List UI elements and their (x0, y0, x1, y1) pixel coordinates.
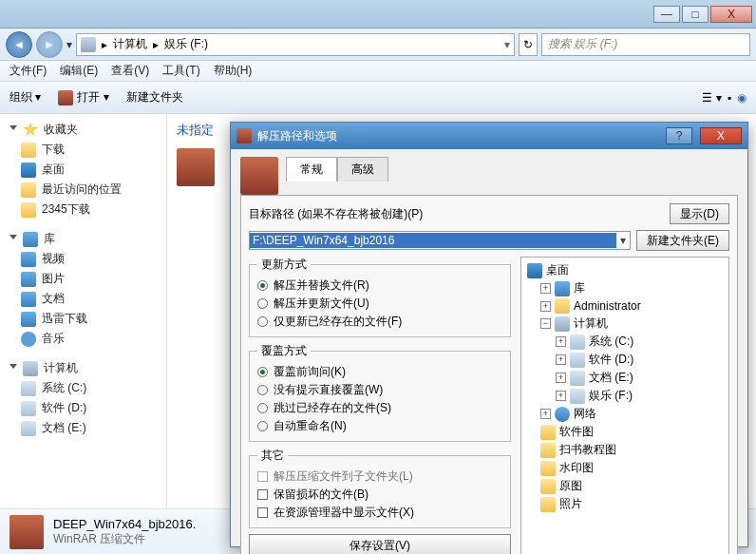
sidebar-item-label: 图片 (42, 271, 65, 287)
tree-drive-d[interactable]: +软件 (D:) (525, 351, 725, 369)
tree-folder[interactable]: 扫书教程图 (525, 441, 725, 459)
expand-icon[interactable]: + (556, 373, 566, 383)
sidebar-item-2345[interactable]: 2345下载 (4, 200, 162, 220)
folder-tree[interactable]: 桌面 +库 +Administrator −计算机 +系统 (C:) +软件 (… (520, 257, 729, 554)
newfolder-button[interactable]: 新建文件夹(E) (636, 230, 729, 251)
toolbar-newfolder[interactable]: 新建文件夹 (126, 89, 183, 105)
radio-icon (257, 298, 268, 309)
refresh-button[interactable]: ↻ (519, 33, 538, 56)
tree-drive-c[interactable]: +系统 (C:) (525, 333, 725, 351)
sidebar-computer[interactable]: 计算机 (4, 358, 162, 378)
path-input[interactable]: F:\DEEP_Win7x64_bjb2016 ▾ (249, 231, 631, 250)
radio-extract-replace[interactable]: 解压并替换文件(R) (257, 277, 502, 295)
tree-folder[interactable]: 原图 (525, 477, 725, 495)
sidebar-item-drive-d[interactable]: 软件 (D:) (4, 398, 162, 418)
dialog-help-button[interactable]: ? (666, 127, 692, 144)
preview-pane-button[interactable]: ▪ (728, 91, 731, 105)
check-subfolder[interactable]: 解压压缩文件到子文件夹(L) (257, 468, 502, 486)
close-button[interactable]: X (710, 6, 752, 23)
menu-file[interactable]: 文件(F) (9, 63, 47, 79)
radio-extract-update[interactable]: 解压并更新文件(U) (257, 295, 502, 313)
sidebar-item-label: 视频 (42, 251, 65, 267)
save-settings-button[interactable]: 保存设置(V) (249, 534, 511, 554)
expand-icon[interactable]: + (556, 391, 566, 401)
radio-update-existing[interactable]: 仅更新已经存在的文件(F) (257, 313, 502, 331)
tab-advanced[interactable]: 高级 (337, 157, 388, 181)
sidebar-item-drive-c[interactable]: 系统 (C:) (4, 378, 162, 398)
path-value: F:\DEEP_Win7x64_bjb2016 (250, 233, 616, 248)
sidebar-item-documents[interactable]: 文档 (4, 289, 162, 309)
sidebar-favorites[interactable]: 收藏夹 (4, 120, 162, 140)
radio-overwrite-noprompt[interactable]: 没有提示直接覆盖(W) (257, 381, 502, 399)
sidebar-item-xunlei[interactable]: 迅雷下载 (4, 309, 162, 329)
tree-computer[interactable]: −计算机 (525, 315, 725, 333)
radio-icon (257, 421, 268, 431)
show-button[interactable]: 显示(D) (670, 203, 729, 224)
tree-desktop[interactable]: 桌面 (525, 261, 725, 279)
tree-label: 扫书教程图 (559, 442, 616, 458)
back-button[interactable]: ◄ (6, 31, 32, 58)
menu-tools[interactable]: 工具(T) (162, 63, 199, 79)
tree-drive-e[interactable]: +文档 (E:) (525, 369, 725, 387)
tree-folder[interactable]: 软件图 (525, 423, 725, 441)
dropdown-icon[interactable]: ▾ (616, 234, 630, 247)
menu-edit[interactable]: 编辑(E) (60, 63, 98, 79)
sidebar-item-music[interactable]: 音乐 (4, 329, 162, 349)
collapse-icon[interactable]: − (540, 318, 551, 329)
tree-label: 计算机 (574, 315, 608, 332)
radio-auto-rename[interactable]: 自动重命名(N) (257, 417, 502, 435)
tree-lib[interactable]: +库 (525, 279, 725, 297)
expand-icon[interactable]: + (556, 336, 566, 347)
breadcrumb-drive[interactable]: 娱乐 (F:) (164, 36, 208, 52)
dialog-close-button[interactable]: X (700, 127, 742, 144)
toolbar-organize[interactable]: 组织 ▾ (9, 89, 41, 105)
sidebar-item-drive-e[interactable]: 文档 (E:) (4, 418, 162, 438)
view-mode-button[interactable]: ☰ ▾ (702, 91, 721, 105)
history-dropdown-icon[interactable]: ▾ (66, 38, 72, 51)
sidebar-item-label: 下载 (42, 142, 65, 158)
radio-ask-overwrite[interactable]: 覆盖前询问(K) (257, 363, 502, 381)
help-button[interactable]: ◉ (737, 91, 747, 105)
winrar-icon (240, 157, 278, 195)
tree-folder[interactable]: 照片 (525, 495, 725, 513)
tree-admin[interactable]: +Administrator (525, 297, 725, 315)
tree-label: 系统 (C:) (589, 334, 633, 350)
dialog-title: 解压路径和选项 (257, 128, 658, 144)
sidebar-item-desktop[interactable]: 桌面 (4, 160, 162, 180)
check-show-explorer[interactable]: 在资源管理器中显示文件(X) (257, 504, 502, 522)
radio-icon (257, 280, 268, 291)
expand-icon[interactable]: + (540, 301, 551, 312)
sidebar-item-downloads[interactable]: 下载 (4, 140, 162, 160)
search-input[interactable]: 搜索 娱乐 (F:) (541, 33, 750, 56)
sidebar-fav-label: 收藏夹 (44, 122, 78, 138)
sidebar: 收藏夹 下载 桌面 最近访问的位置 2345下载 库 视频 图片 文档 迅雷下载… (0, 114, 167, 554)
tree-drive-f[interactable]: +娱乐 (F:) (525, 387, 725, 405)
sidebar-item-recent[interactable]: 最近访问的位置 (4, 180, 162, 200)
radio-skip-existing[interactable]: 跳过已经存在的文件(S) (257, 399, 502, 417)
check-keep-broken[interactable]: 保留损坏的文件(B) (257, 486, 502, 504)
folder-icon (540, 461, 556, 476)
tree-folder[interactable]: 水印图 (525, 459, 725, 477)
minimize-button[interactable]: — (653, 6, 680, 23)
other-group: 其它 解压压缩文件到子文件夹(L) 保留损坏的文件(B) 在资源管理器中显示文件… (249, 448, 511, 528)
toolbar-open[interactable]: 打开 ▾ (58, 89, 108, 105)
expand-icon[interactable]: + (540, 283, 551, 294)
expand-icon[interactable]: + (556, 354, 566, 365)
menu-view[interactable]: 查看(V) (111, 63, 149, 79)
drive-icon (570, 371, 585, 386)
sidebar-item-videos[interactable]: 视频 (4, 249, 162, 269)
maximize-button[interactable]: □ (682, 6, 709, 23)
address-dropdown-icon[interactable]: ▾ (504, 38, 510, 51)
forward-button[interactable]: ► (36, 31, 63, 58)
menu-help[interactable]: 帮助(H) (214, 63, 253, 79)
tree-network[interactable]: +网络 (525, 405, 725, 423)
sidebar-libraries[interactable]: 库 (4, 229, 162, 249)
sidebar-item-pictures[interactable]: 图片 (4, 269, 162, 289)
computer-icon (555, 316, 570, 332)
overwrite-legend: 覆盖方式 (257, 343, 311, 359)
address-box[interactable]: ▸ 计算机 ▸ 娱乐 (F:) ▾ (76, 33, 515, 56)
download-icon (21, 312, 36, 327)
breadcrumb-computer[interactable]: 计算机 (113, 36, 147, 52)
expand-icon[interactable]: + (540, 409, 551, 419)
tab-general[interactable]: 常规 (286, 157, 337, 181)
